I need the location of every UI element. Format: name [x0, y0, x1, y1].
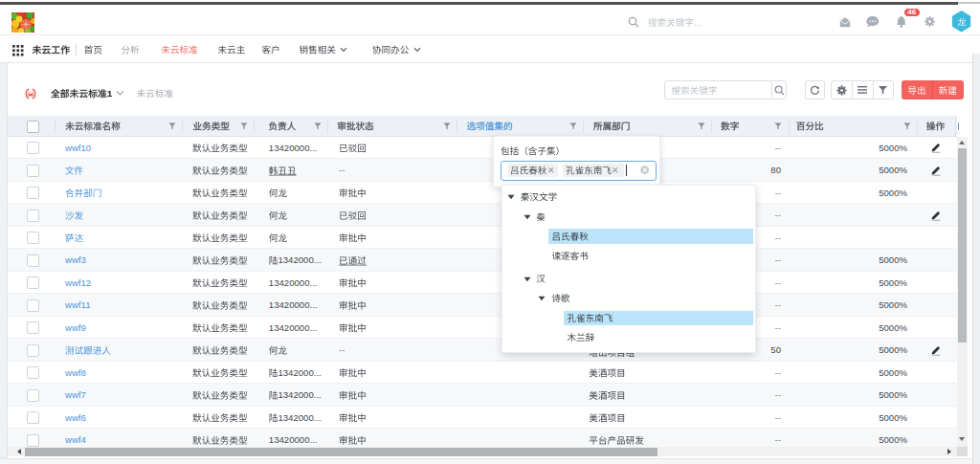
svg-text:1: 1 — [107, 88, 113, 99]
svg-text:...: ... — [694, 17, 702, 28]
